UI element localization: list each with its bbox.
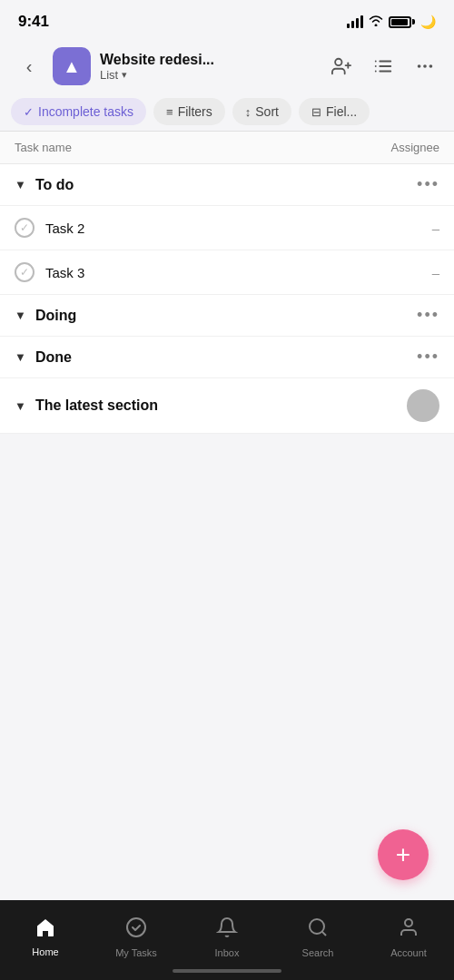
back-button[interactable]: ‹	[15, 52, 44, 81]
nav-mytasks-label: My Tasks	[115, 947, 157, 958]
back-icon: ‹	[26, 56, 33, 77]
list-view-button[interactable]	[369, 52, 398, 81]
status-time: 9:41	[18, 13, 49, 31]
inbox-icon	[216, 916, 238, 944]
section-doing[interactable]: ▼ Doing •••	[0, 295, 454, 337]
section-latest[interactable]: ▼ The latest section	[0, 378, 454, 434]
project-view-label: List	[100, 68, 118, 82]
check-icon: ✓	[20, 266, 29, 279]
filter-icon: ≡	[166, 105, 173, 119]
nav-account[interactable]: Account	[363, 900, 454, 965]
search-icon	[307, 916, 329, 944]
sort-label: Sort	[255, 104, 279, 119]
task-3-left: ✓ Task 3	[15, 262, 84, 282]
section-done[interactable]: ▼ Done •••	[0, 337, 454, 378]
status-bar: 9:41 🌙	[0, 0, 454, 40]
home-icon	[35, 917, 56, 943]
account-icon	[398, 916, 419, 944]
section-todo-name: To do	[35, 177, 74, 193]
table-row[interactable]: ✓ Task 2 –	[0, 206, 454, 250]
section-latest-name: The latest section	[35, 397, 158, 414]
incomplete-tasks-chip[interactable]: ✓ Incomplete tasks	[11, 98, 146, 125]
filter-bar: ✓ Incomplete tasks ≡ Filters ↕ Sort ⊟ Fi…	[0, 93, 454, 131]
svg-point-9	[418, 64, 421, 68]
table-row[interactable]: ✓ Task 3 –	[0, 250, 454, 295]
task-table: Task name Assignee ▼ To do ••• ✓ Task 2 …	[0, 131, 454, 434]
signal-icon	[347, 15, 363, 28]
nav-search[interactable]: Search	[272, 900, 363, 965]
task-2-assignee: –	[432, 220, 439, 236]
filters-chip[interactable]: ≡ Filters	[153, 98, 225, 125]
section-done-name: Done	[35, 349, 72, 366]
project-title: Website redesi...	[100, 52, 318, 68]
assignee-column-header: Assignee	[391, 141, 439, 154]
nav-home[interactable]: Home	[0, 900, 91, 965]
task-3-check[interactable]: ✓	[15, 262, 35, 282]
table-header: Task name Assignee	[0, 132, 454, 164]
section-todo-left: ▼ To do	[15, 177, 74, 193]
section-doing-left: ▼ Doing	[15, 308, 76, 324]
section-latest-arrow: ▼	[15, 399, 26, 413]
section-done-arrow: ▼	[15, 350, 26, 364]
svg-point-0	[335, 59, 341, 65]
svg-point-10	[423, 64, 427, 68]
status-icons: 🌙	[347, 15, 436, 29]
fields-icon: ⊟	[311, 105, 321, 119]
moon-icon: 🌙	[420, 15, 436, 29]
svg-line-14	[322, 932, 326, 936]
filters-label: Filters	[178, 104, 212, 119]
task-3-name: Task 3	[45, 265, 84, 280]
bottom-nav: Home My Tasks Inbox Search	[0, 900, 454, 980]
wifi-icon	[369, 15, 383, 29]
project-icon-symbol: ▲	[63, 56, 81, 77]
project-info: Website redesi... List ▾	[100, 52, 318, 82]
home-indicator	[173, 969, 281, 973]
nav-home-label: Home	[32, 946, 58, 957]
nav-inbox[interactable]: Inbox	[182, 900, 272, 965]
section-done-left: ▼ Done	[15, 349, 72, 366]
mytasks-icon	[125, 916, 147, 944]
section-doing-name: Doing	[35, 308, 76, 324]
task-name-column-header: Task name	[15, 141, 72, 154]
header-actions	[327, 52, 439, 81]
task-2-check[interactable]: ✓	[15, 218, 35, 238]
fields-chip[interactable]: ⊟ Fiel...	[299, 98, 370, 125]
section-done-more-button[interactable]: •••	[417, 348, 439, 367]
section-todo-arrow: ▼	[15, 178, 26, 191]
check-circle-icon: ✓	[24, 105, 34, 119]
section-doing-more-button[interactable]: •••	[417, 306, 439, 325]
section-todo[interactable]: ▼ To do •••	[0, 164, 454, 206]
plus-icon: +	[396, 842, 410, 867]
nav-mytasks[interactable]: My Tasks	[91, 900, 182, 965]
battery-icon	[389, 16, 415, 28]
add-task-button[interactable]: +	[378, 829, 429, 880]
task-3-assignee: –	[432, 265, 439, 280]
section-doing-arrow: ▼	[15, 309, 26, 322]
avatar	[407, 389, 439, 422]
svg-point-13	[310, 919, 324, 934]
chevron-down-icon: ▾	[122, 69, 127, 81]
nav-inbox-label: Inbox	[215, 947, 240, 958]
fields-label: Fiel...	[326, 104, 357, 119]
svg-point-12	[127, 918, 145, 936]
nav-search-label: Search	[302, 947, 334, 958]
svg-point-15	[405, 919, 412, 926]
task-2-name: Task 2	[45, 220, 84, 236]
check-icon: ✓	[20, 221, 29, 234]
section-todo-more-button[interactable]: •••	[417, 175, 439, 194]
sort-chip[interactable]: ↕ Sort	[232, 98, 291, 125]
project-icon: ▲	[53, 47, 91, 85]
sort-icon: ↕	[245, 105, 252, 119]
nav-account-label: Account	[390, 947, 427, 958]
incomplete-tasks-label: Incomplete tasks	[38, 104, 133, 119]
task-2-left: ✓ Task 2	[15, 218, 84, 238]
add-person-button[interactable]	[327, 52, 356, 81]
header: ‹ ▲ Website redesi... List ▾	[0, 40, 454, 93]
svg-point-11	[429, 64, 433, 68]
section-latest-left: ▼ The latest section	[15, 397, 158, 414]
more-options-button[interactable]	[410, 52, 439, 81]
project-subtitle-button[interactable]: List ▾	[100, 68, 318, 82]
